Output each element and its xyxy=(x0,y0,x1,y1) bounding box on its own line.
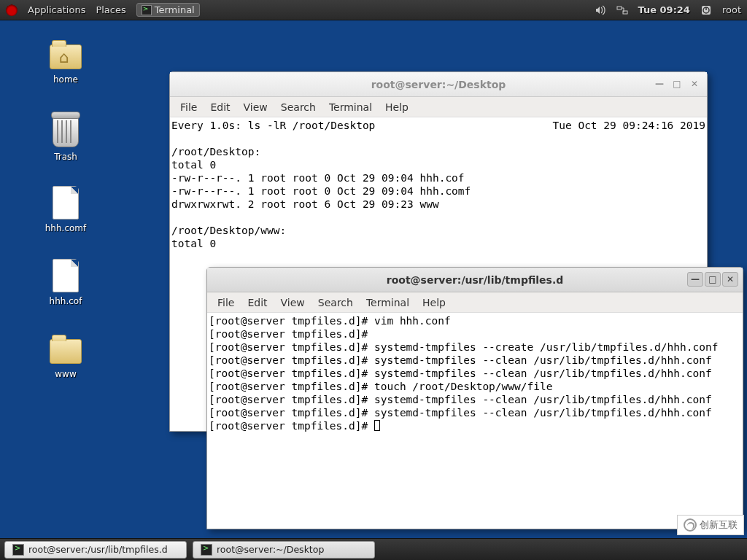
user-menu[interactable]: root xyxy=(722,4,741,15)
power-icon[interactable] xyxy=(700,4,712,16)
close-button[interactable]: ✕ xyxy=(722,272,738,287)
close-button[interactable]: ✕ xyxy=(686,77,703,91)
menu-view[interactable]: View xyxy=(281,297,305,308)
menu-terminal[interactable]: Terminal xyxy=(366,297,409,308)
watch-body: /root/Desktop: total 0 -rw-r--r--. 1 roo… xyxy=(171,146,471,249)
menu-edit[interactable]: Edit xyxy=(210,101,230,113)
desktop-icon-home[interactable]: home xyxy=(29,36,102,85)
desktop-icon-hhh-comf[interactable]: hhh.comf xyxy=(29,185,102,233)
maximize-button[interactable]: □ xyxy=(669,77,685,91)
terminal-window-tmpfiles[interactable]: root@server:/usr/lib/tmpfiles.d — □ ✕ Fi… xyxy=(206,267,743,529)
desktop-icon-www[interactable]: www xyxy=(29,331,102,379)
watermark: 创新互联 xyxy=(677,515,744,535)
terminal-cursor xyxy=(374,420,380,431)
menu-terminal[interactable]: Terminal xyxy=(329,101,372,113)
applications-menu[interactable]: Applications xyxy=(28,4,85,15)
watermark-text: 创新互联 xyxy=(700,518,738,532)
minimize-button[interactable]: — xyxy=(651,77,667,91)
desktop-icon-label: www xyxy=(29,369,102,379)
menu-help[interactable]: Help xyxy=(422,297,446,308)
clock[interactable]: Tue 09:24 xyxy=(638,4,690,15)
desktop[interactable]: home Trash hhh.comf hhh.cof www root@ser… xyxy=(0,20,747,538)
watermark-logo-icon xyxy=(684,518,697,532)
desktop-icon-label: hhh.comf xyxy=(29,223,102,233)
taskbar-button-desktop[interactable]: root@server:~/Desktop xyxy=(193,541,375,559)
terminal-icon xyxy=(201,544,212,556)
top-panel: Applications Places Terminal Tue 09:24 r… xyxy=(0,0,747,20)
taskbar-button-tmpfiles[interactable]: root@server:/usr/lib/tmpfiles.d xyxy=(4,541,187,559)
watch-header: Every 1.0s: ls -lR /root/DesktopTue Oct … xyxy=(171,120,375,131)
panel-task-terminal[interactable]: Terminal xyxy=(136,3,200,17)
minimize-button[interactable]: — xyxy=(687,272,703,287)
network-icon[interactable] xyxy=(616,4,628,16)
menu-search[interactable]: Search xyxy=(281,101,316,113)
desktop-icon-trash[interactable]: Trash xyxy=(29,114,102,162)
taskbar-button-label: root@server:/usr/lib/tmpfiles.d xyxy=(28,544,168,555)
volume-icon[interactable] xyxy=(595,4,606,16)
desktop-icon-hhh-cof[interactable]: hhh.cof xyxy=(29,258,102,306)
menu-search[interactable]: Search xyxy=(318,297,353,308)
window-menubar: File Edit View Search Terminal Help xyxy=(207,292,743,313)
places-menu[interactable]: Places xyxy=(96,4,125,15)
window-menubar: File Edit View Search Terminal Help xyxy=(170,97,707,117)
menu-help[interactable]: Help xyxy=(385,101,409,113)
window-title: root@server:/usr/lib/tmpfiles.d xyxy=(387,274,564,286)
distro-icon xyxy=(6,4,18,16)
menu-edit[interactable]: Edit xyxy=(247,297,267,308)
desktop-icon-label: Trash xyxy=(29,152,102,162)
bottom-taskbar: root@server:/usr/lib/tmpfiles.d root@ser… xyxy=(0,538,747,560)
window-titlebar[interactable]: root@server:/usr/lib/tmpfiles.d — □ ✕ xyxy=(207,268,743,292)
menu-file[interactable]: File xyxy=(217,297,234,308)
window-titlebar[interactable]: root@server:~/Desktop — □ ✕ xyxy=(170,72,707,97)
terminal-icon xyxy=(142,5,152,15)
taskbar-button-label: root@server:~/Desktop xyxy=(217,544,324,555)
maximize-button[interactable]: □ xyxy=(705,272,721,287)
window-title: root@server:~/Desktop xyxy=(371,79,506,90)
terminal-icon xyxy=(12,544,24,556)
panel-task-label: Terminal xyxy=(155,4,195,15)
desktop-icon-label: home xyxy=(29,74,102,85)
svg-rect-0 xyxy=(617,7,622,9)
menu-file[interactable]: File xyxy=(180,101,197,113)
terminal-output[interactable]: [root@server tmpfiles.d]# vim hhh.conf [… xyxy=(207,313,743,529)
desktop-icon-label: hhh.cof xyxy=(29,296,102,306)
menu-view[interactable]: View xyxy=(244,101,268,113)
